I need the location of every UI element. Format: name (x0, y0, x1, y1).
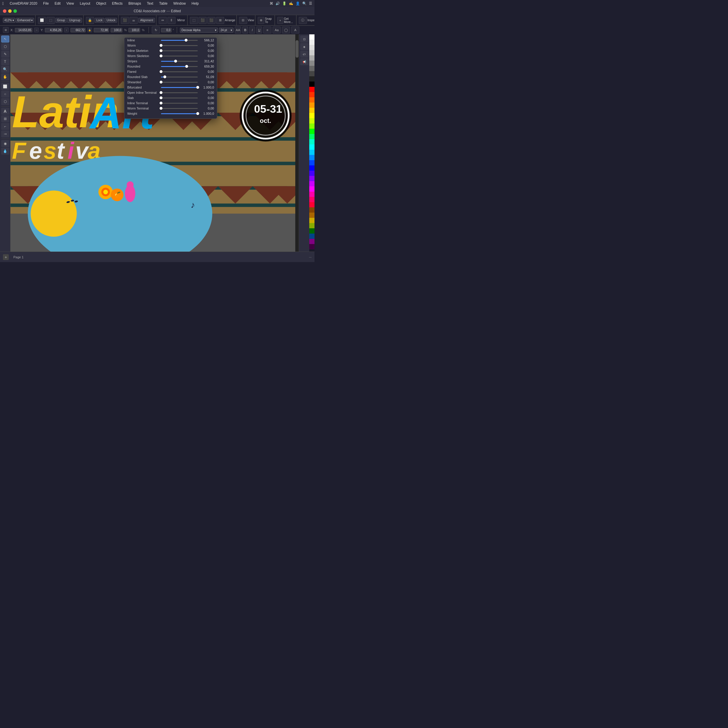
view-icon[interactable]: ⊟ (239, 17, 247, 24)
axis-slider-14[interactable] (161, 113, 198, 114)
color-swatch[interactable] (309, 102, 315, 108)
ungroup-button[interactable]: Ungroup (67, 18, 82, 23)
vertical-scrollbar[interactable] (295, 34, 299, 252)
color-swatch[interactable] (309, 87, 315, 92)
group-button[interactable]: Group (55, 18, 67, 23)
color-swatch[interactable] (309, 50, 315, 55)
h-pct[interactable] (128, 28, 140, 32)
color-swatch[interactable] (309, 92, 315, 97)
menu-object[interactable]: Object (95, 2, 107, 6)
menu-layout[interactable]: Layout (79, 2, 92, 6)
menu-effects[interactable]: Effects (111, 2, 124, 6)
color-swatch[interactable] (309, 234, 315, 239)
color-swatch[interactable] (309, 55, 315, 61)
axis-slider-10[interactable] (161, 92, 198, 93)
arrange-icon2[interactable]: ⬛ (199, 17, 207, 24)
view-mode-dropdown[interactable]: Enhanced ▾ (16, 18, 34, 23)
menu-file[interactable]: File (42, 2, 50, 6)
tag-icon[interactable]: 🏷 (300, 50, 308, 58)
color-swatch[interactable] (309, 45, 315, 50)
zoom-tool[interactable]: 🔍 (1, 66, 9, 73)
close-button[interactable] (3, 9, 6, 13)
menu-help[interactable]: Help (190, 2, 200, 6)
color-swatch[interactable] (309, 155, 315, 160)
underline-icon[interactable]: U (256, 26, 262, 34)
mirror-v-icon[interactable]: ⇕ (167, 17, 176, 24)
menu-bitmaps[interactable]: Bitmaps (127, 2, 142, 6)
connector-tool[interactable]: ⌐ (1, 123, 9, 130)
italic-icon[interactable]: I (249, 26, 255, 34)
inspectors-icon[interactable]: ⓘ (299, 17, 307, 24)
color-swatch[interactable] (309, 113, 315, 118)
control-center-icon[interactable]: ☰ (309, 2, 312, 6)
color-swatch[interactable] (309, 192, 315, 197)
axis-slider-11[interactable] (161, 98, 198, 98)
axis-slider-3[interactable] (161, 56, 198, 57)
color-swatch[interactable] (309, 171, 315, 176)
color-swatch[interactable] (309, 150, 315, 155)
minimize-button[interactable] (8, 9, 12, 13)
align-icon[interactable]: ⬛ (121, 17, 129, 24)
add-page-button[interactable]: + (3, 254, 9, 260)
axis-slider-12[interactable] (161, 103, 198, 104)
color-swatch[interactable] (309, 202, 315, 207)
polygon-tool[interactable]: ⬡ (1, 98, 9, 105)
x-input[interactable] (15, 28, 32, 32)
color-swatch[interactable] (309, 165, 315, 171)
color-swatch[interactable] (309, 34, 315, 40)
bold-icon[interactable]: B (242, 26, 248, 34)
menu-coreldraw[interactable]: CorelDRAW 2020 (8, 2, 38, 6)
color-swatch[interactable] (309, 139, 315, 144)
ellipse-tool[interactable]: ○ (1, 90, 9, 98)
letter-a-tool[interactable]: A (1, 108, 9, 115)
scrollbar-thumb[interactable] (295, 40, 298, 58)
menu-edit[interactable]: Edit (53, 2, 62, 6)
color-swatch[interactable] (309, 71, 315, 76)
select-tool[interactable]: ↖ (1, 35, 9, 43)
color-swatch[interactable] (309, 144, 315, 150)
color-swatch[interactable] (309, 181, 315, 187)
inspectors-label[interactable]: Inspectors (307, 18, 315, 22)
rect-tool[interactable]: ⬜ (1, 83, 9, 90)
lock-ratio-icon[interactable]: 🔓 (87, 28, 92, 32)
color-swatch[interactable] (309, 213, 315, 218)
color-swatch[interactable] (309, 244, 315, 249)
font-format-icon[interactable]: AA (235, 26, 241, 34)
rotate-icon[interactable]: ↻ (152, 26, 160, 34)
arrange-icon1[interactable]: ⬚ (190, 17, 198, 24)
axis-slider-2[interactable] (161, 50, 198, 51)
color-swatch[interactable] (309, 81, 315, 87)
y-input[interactable] (45, 28, 62, 32)
more-options-icon[interactable]: ··· (309, 255, 312, 259)
axis-slider-8[interactable] (161, 82, 198, 83)
canvas-area[interactable]: Latin Art F e s t i v a (11, 34, 299, 252)
color-swatch[interactable] (309, 124, 315, 129)
color-swatch[interactable] (309, 129, 315, 134)
mirror-h-icon[interactable]: ⇔ (159, 17, 167, 24)
get-more-label[interactable]: Get More... (284, 17, 295, 24)
color-swatch[interactable] (309, 76, 315, 81)
color-swatch[interactable] (309, 218, 315, 223)
w-pct[interactable] (111, 28, 122, 32)
color-swatch[interactable] (309, 207, 315, 213)
fill-tool[interactable]: ◉ (1, 140, 9, 147)
shape-tool[interactable]: ⬡ (1, 43, 9, 50)
color-swatch[interactable] (309, 239, 315, 244)
color-swatch[interactable] (309, 223, 315, 228)
text-tool[interactable]: T (1, 58, 9, 65)
axis-slider-1[interactable] (161, 45, 198, 46)
font-size-dropdown[interactable]: 24 pt ▾ (219, 28, 234, 33)
unlock-button[interactable]: Unlock (105, 18, 117, 23)
rotation-input[interactable] (161, 28, 171, 32)
menu-table[interactable]: Table (158, 2, 168, 6)
align-icon2[interactable]: ⚌ (130, 17, 138, 24)
speaker-icon[interactable]: 📢 (300, 58, 308, 65)
pan-tool[interactable]: ✋ (1, 73, 9, 80)
eyedropper-tool[interactable]: 💧 (1, 148, 9, 154)
axis-slider-6[interactable] (161, 71, 198, 72)
axis-slider-4[interactable] (161, 61, 198, 62)
color-swatch[interactable] (309, 118, 315, 124)
axis-slider-5[interactable] (161, 66, 198, 67)
table-tool[interactable]: ⊞ (1, 115, 9, 122)
properties-icon[interactable]: ⊡ (300, 35, 308, 43)
